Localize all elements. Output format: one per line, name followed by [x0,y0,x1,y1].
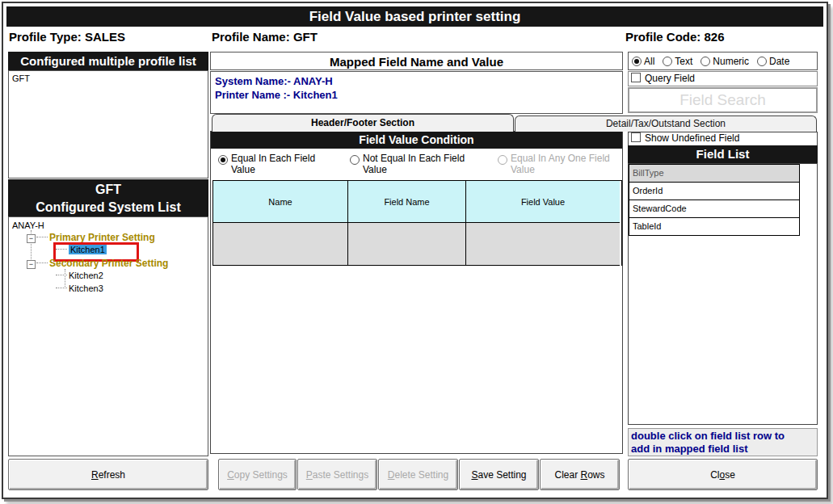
tree-root-item[interactable]: ANAY-H [12,220,44,230]
clear-rows-button[interactable]: Clear Rows [540,459,620,490]
close-button[interactable]: Close [628,459,818,490]
hint-line: double click on field list row to [631,430,814,443]
grid-header-field-name: Field Name [348,181,466,223]
field-type-filter-group: All Text Numeric Date [628,52,818,70]
query-field-checkbox-row[interactable]: Query Field [628,71,818,86]
profile-type-value: SALES [85,30,125,44]
radio-numeric[interactable]: Numeric [700,56,749,67]
title-bar: Field Value based printer setting [6,6,823,27]
show-undefined-field-checkbox-row[interactable]: Show Undefined Field [628,132,818,145]
radio-label[interactable]: All [644,56,654,67]
grid-cell[interactable] [348,223,466,266]
hint-line: add in mapped field list [631,443,814,456]
save-setting-button[interactable]: Save Setting [459,459,539,490]
checkbox-unchecked-icon[interactable] [631,132,641,142]
query-field-label[interactable]: Query Field [645,73,695,84]
mapped-field-title: Mapped Field Name and Value [210,52,623,70]
tree-dots [36,262,48,266]
radio-not-equal-in-each-field[interactable]: Not Equal In Each Field Value [350,153,487,175]
dialog-window: Field Value based printer setting Profil… [2,2,828,499]
tree-dots [36,237,48,240]
checkbox-unchecked-icon[interactable] [631,73,641,82]
radio-label[interactable]: Not Equal In Each Field Value [363,153,487,175]
refresh-button[interactable]: Refresh [8,459,208,490]
radio-icon[interactable] [350,155,360,165]
radio-disabled-icon [498,155,507,165]
tree-item-kitchen3[interactable]: Kitchen3 [56,284,103,293]
collapse-icon[interactable] [27,260,36,269]
configured-profile-list[interactable]: GFT [8,70,208,178]
header-footer-tab-page: Field Value Condition Equal In Each Fiel… [210,131,623,454]
window-title: Field Value based printer setting [309,9,521,24]
field-list-row-orderid[interactable]: OrderId [629,182,800,200]
show-undefined-label[interactable]: Show Undefined Field [645,132,739,144]
tree-item-label[interactable]: Kitchen3 [69,284,103,293]
tree-item-label[interactable]: Kitchen2 [69,271,103,280]
radio-label[interactable]: Date [769,56,789,67]
printer-name-value: Kitchen1 [293,89,338,101]
collapse-icon[interactable] [27,234,36,243]
radio-selected-icon[interactable] [632,57,642,66]
tab-header-footer-section[interactable]: Header/Footer Section [212,114,514,132]
radio-equal-in-any-one-field: Equal In Any One Field Value [498,153,619,175]
field-list: BillType OrderId StewardCode TableId [628,163,818,425]
system-name-value: ANAY-H [293,75,333,87]
tree-group-primary[interactable]: Primary Printer Setting [27,232,155,243]
field-list-hint: double click on field list row to add in… [628,428,818,456]
printer-name-line: Printer Name :- Kitchen1 [215,88,618,102]
system-name-label: System Name:- [215,75,291,87]
grid-header-row: Name Field Name Field Value [213,181,621,223]
profile-list-item[interactable]: GFT [9,71,208,83]
grid-cell[interactable] [466,223,620,266]
profile-name-value: GFT [293,30,318,44]
field-list-row-billtype[interactable]: BillType [629,164,800,183]
tree-dots [56,275,67,278]
printer-name-label: Printer Name :- [215,89,290,101]
profile-code-label: Profile Code: [625,30,700,44]
system-list-header-profile: GFT [8,181,208,199]
tree-group-label[interactable]: Secondary Printer Setting [49,258,168,269]
radio-all[interactable]: All [632,56,654,67]
copy-settings-button: Copy Settings [218,459,297,490]
radio-text[interactable]: Text [663,56,692,67]
profile-type: Profile Type: SALES [9,30,125,44]
radio-icon[interactable] [757,57,767,66]
tree-item-kitchen2[interactable]: Kitchen2 [56,271,103,280]
radio-selected-icon[interactable] [218,155,228,165]
field-search-input[interactable] [628,87,818,113]
tab-detail-tax-outstand-section[interactable]: Detail/Tax/Outstand Section [515,116,817,132]
system-list-header-title: Configured System List [8,199,208,216]
profile-code-value: 826 [705,30,725,44]
profile-name: Profile Name: GFT [212,30,318,44]
grid-cell[interactable] [213,223,348,266]
mapped-field-info: System Name:- ANAY-H Printer Name :- Kit… [210,71,623,114]
field-list-row-stewardcode[interactable]: StewardCode [629,200,800,218]
radio-icon[interactable] [663,57,672,66]
radio-label[interactable]: Equal In Each Field Value [231,153,339,175]
field-list-row-tableid[interactable]: TableId [629,217,800,236]
radio-label[interactable]: Text [675,56,692,67]
configured-profile-list-header: Configured multiple profile list [8,52,208,70]
configured-system-list-header: GFT Configured System List [8,179,208,216]
grid-empty-row[interactable] [213,223,621,266]
tree-dots [56,288,67,291]
radio-equal-in-each-field[interactable]: Equal In Each Field Value [218,153,339,175]
field-value-condition-header: Field Value Condition [211,132,622,149]
grid-header-name: Name [213,181,348,223]
delete-setting-button: Delete Setting [378,459,458,490]
grid-header-field-value: Field Value [466,181,620,223]
profile-name-label: Profile Name: [212,30,290,44]
profile-code: Profile Code: 826 [625,30,725,44]
radio-icon[interactable] [700,57,710,66]
radio-label[interactable]: Numeric [713,56,749,67]
mapped-fields-grid: Name Field Name Field Value [212,180,622,266]
radio-date[interactable]: Date [757,56,789,67]
configured-system-tree[interactable]: ANAY-H Primary Printer Setting Kitchen1 … [8,216,208,456]
system-name-line: System Name:- ANAY-H [215,74,618,88]
tree-group-secondary[interactable]: Secondary Printer Setting [27,258,168,269]
paste-settings-button: Paste Settings [297,459,377,490]
field-list-header: Field List [628,145,818,163]
tree-group-label[interactable]: Primary Printer Setting [49,232,155,243]
radio-label: Equal In Any One Field Value [511,153,619,175]
profile-type-label: Profile Type: [9,30,82,44]
